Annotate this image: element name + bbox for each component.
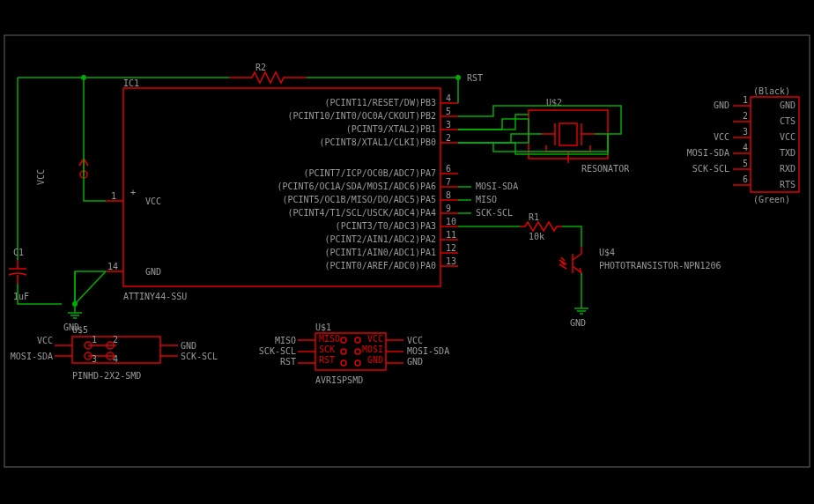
c1-body — [9, 260, 26, 284]
c1-ref: C1 — [13, 248, 24, 257]
r2-body — [247, 72, 289, 83]
svg-text:VCC: VCC — [714, 132, 729, 142]
svg-text:VCC: VCC — [37, 336, 53, 345]
svg-text:RST: RST — [280, 357, 296, 367]
svg-text:2: 2 — [113, 335, 118, 345]
ftdi-top: (Black) — [753, 86, 790, 96]
svg-text:4: 4 — [446, 93, 451, 103]
svg-text:SCK-SCL: SCK-SCL — [476, 208, 513, 218]
c1-value: 1uF — [13, 292, 29, 301]
r1-ref: R1 — [529, 212, 539, 222]
svg-text:14: 14 — [107, 262, 118, 271]
svg-text:GND: GND — [407, 357, 423, 367]
svg-text:GND: GND — [780, 100, 796, 110]
svg-text:SCK-SCL: SCK-SCL — [181, 352, 218, 361]
svg-point-72 — [355, 349, 360, 354]
ftdi-bottom: (Green) — [753, 195, 790, 204]
us4-ref: U$4 — [599, 248, 615, 257]
svg-text:13: 13 — [446, 256, 456, 266]
svg-text:(PCINT9/XTAL2)PB1: (PCINT9/XTAL2)PB1 — [346, 124, 436, 134]
svg-text:10: 10 — [446, 217, 456, 226]
us1-value: AVRISPSMD — [315, 375, 363, 385]
svg-text:(PCINT1/AIN0/ADC1)PA1: (PCINT1/AIN0/ADC1)PA1 — [325, 248, 436, 257]
ic1-value: ATTINY44-SSU — [123, 292, 187, 301]
svg-text:1: 1 — [743, 95, 748, 105]
svg-text:3: 3 — [446, 120, 451, 130]
svg-text:CTS: CTS — [780, 116, 796, 126]
svg-text:SCK: SCK — [319, 345, 335, 354]
ftdi-body — [751, 97, 799, 192]
svg-text:5: 5 — [446, 107, 451, 116]
svg-text:(PCINT8/XTAL1/CLKI)PB0: (PCINT8/XTAL1/CLKI)PB0 — [320, 137, 436, 147]
svg-text:7: 7 — [446, 177, 451, 187]
ic1-ref: IC1 — [123, 78, 139, 88]
us5-ref: U$5 — [72, 325, 88, 335]
svg-text:(PCINT11/RESET/DW)PB3: (PCINT11/RESET/DW)PB3 — [325, 98, 436, 107]
svg-point-70 — [355, 337, 360, 343]
gnd-symbol-left — [68, 304, 82, 318]
svg-text:4: 4 — [743, 143, 748, 152]
svg-text:MOSI: MOSI — [362, 345, 383, 354]
svg-text:MOSI-SDA: MOSI-SDA — [476, 182, 518, 191]
svg-point-73 — [341, 360, 346, 366]
svg-text:(PCINT10/INT0/OC0A/CKOUT)PB2: (PCINT10/INT0/OC0A/CKOUT)PB2 — [287, 111, 436, 121]
svg-text:SCK-SCL: SCK-SCL — [259, 346, 296, 356]
svg-text:RST: RST — [319, 355, 335, 365]
svg-text:VCC: VCC — [780, 132, 796, 142]
ic1-vcc-label: VCC — [145, 196, 161, 206]
svg-text:(PCINT3/T0/ADC3)PA3: (PCINT3/T0/ADC3)PA3 — [336, 221, 436, 231]
svg-text:GND: GND — [570, 318, 586, 328]
svg-text:RXD: RXD — [780, 164, 796, 174]
svg-text:(PCINT5/OC1B/MISO/DO/ADC5)PA5: (PCINT5/OC1B/MISO/DO/ADC5)PA5 — [282, 195, 436, 204]
us5-value: PINHD-2X2-SMD — [72, 371, 141, 381]
svg-text:MOSI-SDA: MOSI-SDA — [407, 346, 449, 356]
phototransistor-body — [573, 247, 581, 273]
net-rst: RST — [467, 73, 483, 83]
svg-text:3: 3 — [92, 354, 97, 364]
svg-text:VCC: VCC — [407, 336, 423, 345]
svg-text:MISO: MISO — [319, 334, 340, 344]
svg-point-42 — [455, 75, 461, 80]
svg-text:(PCINT6/OC1A/SDA/MOSI/ADC6)PA6: (PCINT6/OC1A/SDA/MOSI/ADC6)PA6 — [277, 182, 436, 191]
svg-text:GND: GND — [181, 341, 196, 351]
svg-text:1: 1 — [111, 191, 116, 201]
svg-text:MOSI-SDA: MOSI-SDA — [687, 148, 729, 158]
svg-text:4: 4 — [113, 354, 118, 364]
us1-ref: U$1 — [315, 322, 331, 332]
r1-value: 10k — [529, 232, 544, 241]
us4-value: PHOTOTRANSISTOR-NPN1206 — [599, 261, 721, 271]
vcc-label: VCC — [36, 169, 46, 185]
gnd-symbol-photo — [574, 300, 588, 314]
svg-text:(PCINT4/T1/SCL/USCK/ADC4)PA4: (PCINT4/T1/SCL/USCK/ADC4)PA4 — [287, 208, 436, 218]
svg-text:MOSI-SDA: MOSI-SDA — [11, 352, 53, 361]
svg-text:2: 2 — [446, 133, 451, 143]
ic1-gnd-label: GND — [145, 267, 161, 277]
svg-point-71 — [341, 349, 346, 354]
r2-ref: R2 — [255, 63, 266, 72]
svg-text:11: 11 — [446, 230, 456, 240]
svg-text:8: 8 — [446, 190, 451, 200]
svg-text:12: 12 — [446, 243, 456, 253]
svg-text:1: 1 — [92, 335, 97, 345]
svg-text:6: 6 — [743, 174, 748, 184]
svg-text:MISO: MISO — [275, 336, 296, 345]
svg-rect-92 — [559, 123, 577, 145]
svg-text:GND: GND — [714, 100, 729, 110]
svg-text:(PCINT0/AREF/ADC0)PA0: (PCINT0/AREF/ADC0)PA0 — [325, 261, 436, 271]
svg-text:SCK-SCL: SCK-SCL — [692, 164, 729, 174]
svg-text:(PCINT7/ICP/OC0B/ADC7)PA7: (PCINT7/ICP/OC0B/ADC7)PA7 — [303, 168, 436, 178]
svg-text:RTS: RTS — [780, 180, 796, 189]
svg-point-74 — [355, 360, 360, 366]
svg-text:9: 9 — [446, 204, 451, 213]
svg-text:(PCINT2/AIN1/ADC2)PA2: (PCINT2/AIN1/ADC2)PA2 — [325, 234, 436, 244]
ic1-plus: + — [130, 188, 136, 197]
svg-text:MISO: MISO — [476, 195, 497, 204]
r1-body — [520, 222, 562, 231]
us2-value: RESONATOR — [581, 164, 630, 174]
svg-text:5: 5 — [743, 159, 748, 168]
svg-text:TXD: TXD — [780, 148, 796, 158]
svg-text:2: 2 — [743, 111, 748, 121]
svg-point-69 — [341, 337, 346, 343]
svg-text:3: 3 — [743, 127, 748, 137]
svg-text:VCC: VCC — [367, 334, 383, 344]
